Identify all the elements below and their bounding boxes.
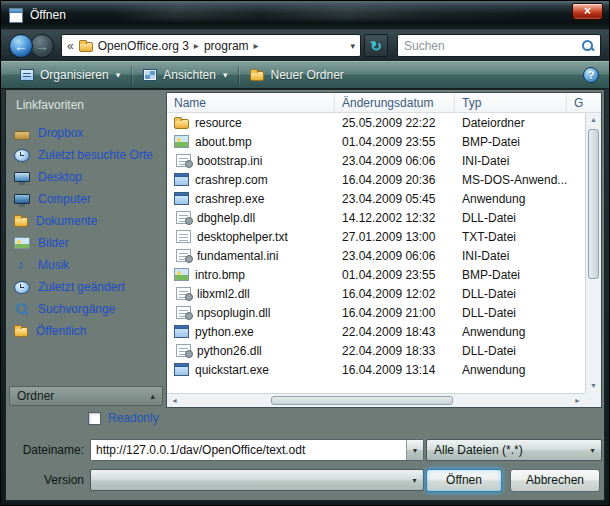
sidebar-item-icon — [14, 302, 30, 316]
file-date-cell: 23.04.2009 06:06 — [335, 154, 455, 168]
folders-label: Ordner — [17, 389, 54, 403]
back-button[interactable]: ← — [9, 34, 33, 58]
organize-button[interactable]: Organisieren ▾ — [11, 65, 129, 85]
file-date-cell: 16.04.2009 13:14 — [335, 363, 455, 377]
sidebar-item-icon — [14, 217, 28, 227]
sidebar-item[interactable]: Zuletzt besuchte Orte — [14, 144, 160, 166]
sidebar-item[interactable]: Suchvorgänge — [14, 298, 160, 320]
scroll-up-icon[interactable]: ▲ — [586, 113, 601, 127]
file-type-cell: BMP-Datei — [455, 135, 567, 149]
file-row[interactable]: bootstrap.ini 23.04.2009 06:06 INI-Datei — [167, 151, 585, 170]
chevron-right-icon[interactable]: ▸ — [254, 40, 259, 51]
file-name: resource — [195, 116, 242, 130]
file-row[interactable]: python26.dll 22.04.2009 18:33 DLL-Datei — [167, 341, 585, 360]
sidebar-item-label: Musik — [38, 258, 69, 272]
file-row[interactable]: desktophelper.txt 27.01.2009 13:00 TXT-D… — [167, 227, 585, 246]
file-row[interactable]: quickstart.exe 16.04.2009 13:14 Anwendun… — [167, 360, 585, 379]
sidebar-item[interactable]: Computer — [14, 188, 160, 210]
scroll-down-icon[interactable]: ▼ — [586, 379, 601, 393]
new-folder-button[interactable]: Neuer Ordner — [241, 65, 352, 85]
favorites-header: Linkfavoriten — [16, 98, 160, 112]
column-header-size[interactable]: G — [567, 93, 601, 112]
readonly-checkbox[interactable] — [88, 412, 101, 425]
column-header-name[interactable]: Name — [167, 93, 335, 112]
breadcrumb-segment[interactable]: OpenOffice.org 3 — [98, 39, 189, 53]
forward-button[interactable]: → — [30, 34, 54, 58]
organize-icon — [20, 69, 34, 81]
file-date-cell: 27.01.2009 13:00 — [335, 230, 455, 244]
sidebar-item[interactable]: Musik — [14, 254, 160, 276]
chevron-right-icon[interactable]: ▸ — [194, 40, 199, 51]
file-name: libxml2.dll — [197, 287, 250, 301]
sidebar-item-label: Computer — [38, 192, 91, 206]
file-name-cell: crashrep.exe — [167, 192, 335, 206]
breadcrumb-segment[interactable]: program — [204, 39, 249, 53]
sidebar-item-label: Öffentlich — [36, 324, 86, 338]
window-icon — [9, 8, 23, 23]
version-label: Version — [6, 469, 84, 491]
file-name: desktophelper.txt — [197, 230, 288, 244]
file-row[interactable]: python.exe 22.04.2009 18:43 Anwendung — [167, 322, 585, 341]
open-button[interactable]: Öffnen — [426, 469, 502, 492]
file-name: crashrep.exe — [195, 192, 264, 206]
file-row[interactable]: crashrep.com 16.04.2009 20:36 MS-DOS-Anw… — [167, 170, 585, 189]
breadcrumb[interactable]: « OpenOffice.org 3 ▸ program ▸ ▾ — [61, 34, 361, 57]
file-list-panel: Name Änderungsdatum Typ G resource 25.05… — [166, 92, 602, 408]
folders-bar[interactable]: Ordner ▴ — [9, 386, 163, 406]
horizontal-scrollbar[interactable]: ◄ ► — [167, 393, 585, 407]
file-row[interactable]: resource 25.05.2009 22:22 Dateiordner — [167, 113, 585, 132]
search-box[interactable] — [397, 34, 601, 57]
filetype-dropdown[interactable]: Alle Dateien (*.*) ▾ — [426, 439, 602, 461]
breadcrumb-overflow-icon[interactable]: « — [67, 39, 74, 53]
horizontal-scroll-thumb[interactable] — [271, 396, 453, 405]
scrollbar-corner — [585, 393, 601, 407]
file-row[interactable]: npsoplugin.dll 16.04.2009 21:00 DLL-Date… — [167, 303, 585, 322]
filename-dropdown-icon[interactable]: ▾ — [406, 440, 423, 460]
sidebar-item[interactable]: Dokumente — [14, 210, 160, 232]
file-row[interactable]: fundamental.ini 23.04.2009 06:06 INI-Dat… — [167, 246, 585, 265]
readonly-option[interactable]: Readonly — [88, 411, 159, 425]
file-row[interactable]: crashrep.exe 23.04.2009 05:45 Anwendung — [167, 189, 585, 208]
sidebar-item-icon — [14, 258, 30, 272]
column-header-date[interactable]: Änderungsdatum — [335, 93, 455, 112]
sidebar-item[interactable]: Öffentlich — [14, 320, 160, 342]
sidebar-item[interactable]: Zuletzt geändert — [14, 276, 160, 298]
file-name: intro.bmp — [195, 268, 245, 282]
vertical-scrollbar[interactable]: ▲ ▼ — [585, 113, 601, 393]
cancel-button[interactable]: Abbrechen — [510, 469, 600, 492]
scroll-right-icon[interactable]: ► — [570, 394, 585, 407]
sidebar-item[interactable]: Bilder — [14, 232, 160, 254]
scroll-left-icon[interactable]: ◄ — [167, 394, 182, 407]
views-button[interactable]: Ansichten ▾ — [134, 65, 236, 85]
file-row[interactable]: libxml2.dll 16.04.2009 12:02 DLL-Datei — [167, 284, 585, 303]
file-name-cell: dbghelp.dll — [167, 211, 335, 225]
filename-input[interactable] — [91, 440, 406, 460]
help-button[interactable]: ? — [583, 67, 599, 83]
file-type-cell: Anwendung — [455, 363, 567, 377]
breadcrumb-dropdown-icon[interactable]: ▾ — [350, 41, 355, 51]
file-icon — [174, 268, 189, 281]
file-row[interactable]: intro.bmp 01.04.2009 23:55 BMP-Datei — [167, 265, 585, 284]
search-input[interactable] — [404, 39, 581, 53]
sidebar-item[interactable]: Desktop — [14, 166, 160, 188]
dialog-client-area: Linkfavoriten Dropbox Zuletzt besuchte O… — [5, 89, 605, 501]
version-dropdown[interactable]: ▾ — [90, 469, 424, 491]
readonly-label: Readonly — [108, 411, 159, 425]
column-header-type[interactable]: Typ — [455, 93, 567, 112]
filename-combobox[interactable]: ▾ — [90, 439, 424, 461]
refresh-button[interactable]: ↻ — [364, 34, 388, 57]
navigation-bar: ← → « OpenOffice.org 3 ▸ program ▸ ▾ ↻ — [1, 29, 609, 61]
titlebar: Öffnen × — [1, 1, 609, 29]
file-icon — [174, 135, 189, 148]
sidebar-item-label: Dropbox — [38, 126, 83, 140]
new-folder-label: Neuer Ordner — [270, 68, 343, 82]
vertical-scroll-thumb[interactable] — [588, 129, 599, 279]
search-icon[interactable] — [581, 39, 594, 52]
sidebar-item[interactable]: Dropbox — [14, 122, 160, 144]
close-button[interactable]: × — [572, 3, 603, 20]
views-label: Ansichten — [163, 68, 216, 82]
file-row[interactable]: about.bmp 01.04.2009 23:55 BMP-Datei — [167, 132, 585, 151]
file-row[interactable]: dbghelp.dll 14.12.2002 12:32 DLL-Datei — [167, 208, 585, 227]
file-type-cell: Dateiordner — [455, 116, 567, 130]
file-date-cell: 16.04.2009 20:36 — [335, 173, 455, 187]
